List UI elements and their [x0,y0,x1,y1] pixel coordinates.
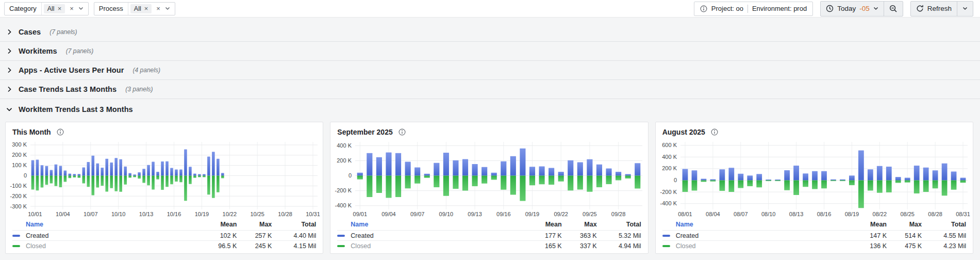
legend-header-total[interactable]: Total [272,221,316,228]
series-total: 4.23 Mil [922,242,966,250]
row-panel-count: (4 panels) [133,67,160,74]
legend-header-name[interactable]: Name [26,221,201,228]
legend-row-created[interactable]: Created 102 K 257 K 4.40 Mil [12,230,316,240]
bar-chart[interactable]: 400 K200 K0-200 K-400 K09/0109/0409/0709… [330,138,647,218]
panel-august-2025: August 2025 600 K400 K200 K0-200 K-400 K… [655,122,973,254]
svg-text:09/04: 09/04 [382,211,396,217]
svg-text:10/13: 10/13 [139,211,154,217]
refresh-button[interactable]: Refresh [911,2,957,16]
svg-text:600 K: 600 K [662,142,677,148]
series-total: 4.40 Mil [272,232,316,239]
process-filter-value[interactable]: All × × [128,4,175,13]
info-icon[interactable] [398,128,406,136]
panel-title: August 2025 [662,128,705,136]
category-selected-pill[interactable]: All × [44,4,65,13]
chevron-down-icon[interactable] [78,7,84,10]
legend-header-name[interactable]: Name [676,221,851,228]
legend-row-created[interactable]: Created 177 K 363 K 5.32 Mil [337,230,641,240]
svg-text:09/01: 09/01 [353,211,368,217]
row-apps-active-users[interactable]: Apps - Active Users Per Hour (4 panels) [0,61,980,80]
panel-title: This Month [12,128,51,136]
chevron-right-icon[interactable] [6,86,13,92]
refresh-label: Refresh [927,5,952,12]
row-cases[interactable]: Cases (7 panels) [0,23,980,42]
svg-text:300 K: 300 K [12,141,27,148]
svg-text:08/07: 08/07 [734,211,748,217]
svg-text:08/22: 08/22 [872,211,887,217]
legend-row-closed[interactable]: Closed 165 K 337 K 4.94 Mil [337,240,641,251]
info-icon[interactable] [57,128,64,136]
bar-chart[interactable]: 300 K200 K100 K0-100 K-200 K-300 K10/011… [6,138,323,218]
svg-text:0: 0 [674,177,677,183]
legend-header-mean[interactable]: Mean [201,221,237,228]
svg-text:08/31: 08/31 [956,211,970,217]
svg-text:08/13: 08/13 [789,211,803,217]
chevron-down-icon[interactable] [6,107,13,111]
series-name[interactable]: Closed [26,242,201,250]
svg-text:10/28: 10/28 [278,211,292,217]
svg-text:09/25: 09/25 [583,211,597,217]
row-workitem-trends[interactable]: WorkItem Trends Last 3 Months [0,99,980,120]
refresh-interval-dropdown[interactable] [957,2,973,16]
legend-row-closed[interactable]: Closed 96.5 K 245 K 4.15 Mil [12,240,316,251]
chevron-right-icon[interactable] [6,67,13,73]
svg-text:-200 K: -200 K [660,189,677,195]
svg-text:08/28: 08/28 [928,211,942,217]
time-range-controls: Today -05 [820,1,903,17]
remove-value-icon[interactable]: × [58,5,62,12]
chevron-down-icon[interactable] [165,7,170,10]
svg-text:-100 K: -100 K [10,183,27,189]
legend-row-closed[interactable]: Closed 136 K 475 K 4.23 Mil [662,240,966,251]
svg-text:-300 K: -300 K [10,203,27,209]
category-selected-value: All [47,5,55,12]
remove-value-icon[interactable]: × [144,5,148,12]
row-workitems[interactable]: Workitems (7 panels) [0,42,980,61]
clear-filter-icon[interactable]: × [70,5,74,12]
legend-header-max[interactable]: Max [562,221,597,228]
zoom-out-icon [889,5,898,13]
legend-header-name[interactable]: Name [351,221,525,228]
time-range-picker-button[interactable]: Today -05 [821,2,884,16]
legend-header-row: Name Mean Max Total [12,218,316,230]
svg-text:09/22: 09/22 [554,211,569,217]
legend-header-mean[interactable]: Mean [526,221,562,228]
process-filter[interactable]: Process All × × [94,2,175,15]
svg-text:-400 K: -400 K [335,202,352,208]
series-name[interactable]: Closed [676,242,851,250]
chevron-right-icon[interactable] [6,29,13,35]
legend-header-max[interactable]: Max [887,221,922,228]
category-filter[interactable]: Category All × × [4,2,89,15]
refresh-controls: Refresh [910,1,973,17]
chevron-right-icon[interactable] [6,48,13,54]
clear-filter-icon[interactable]: × [156,5,160,12]
series-name[interactable]: Created [351,232,525,239]
svg-text:10/19: 10/19 [195,211,209,217]
category-filter-value[interactable]: All × × [42,4,88,13]
process-selected-pill[interactable]: All × [130,4,152,13]
series-max: 475 K [887,242,922,250]
legend-header-mean[interactable]: Mean [851,221,887,228]
svg-text:100 K: 100 K [12,162,27,168]
svg-text:09/10: 09/10 [439,211,454,217]
series-name[interactable]: Created [676,232,851,239]
series-mean: 177 K [526,232,562,239]
series-name[interactable]: Created [26,232,201,239]
row-case-trends[interactable]: Case Trends Last 3 Months (3 panels) [0,80,980,99]
legend-header-max[interactable]: Max [237,221,272,228]
panel-header[interactable]: August 2025 [656,122,973,138]
legend-header-total[interactable]: Total [922,221,966,228]
row-panel-count: (7 panels) [66,47,93,55]
category-filter-label: Category [5,3,42,15]
info-icon[interactable] [711,128,718,136]
legend-header-row: Name Mean Max Total [662,218,966,230]
row-panel-count: (3 panels) [125,86,153,93]
panel-header[interactable]: This Month [6,122,323,138]
series-name[interactable]: Closed [351,242,525,250]
panel-header[interactable]: September 2025 [330,122,647,138]
series-mean: 147 K [851,232,887,239]
bar-chart[interactable]: 600 K400 K200 K0-200 K-400 K08/0108/0408… [656,138,973,218]
legend-row-created[interactable]: Created 147 K 514 K 4.55 Mil [662,230,966,240]
zoom-out-time-button[interactable] [884,2,903,16]
row-title: Cases [19,28,41,36]
legend-header-total[interactable]: Total [597,221,641,228]
